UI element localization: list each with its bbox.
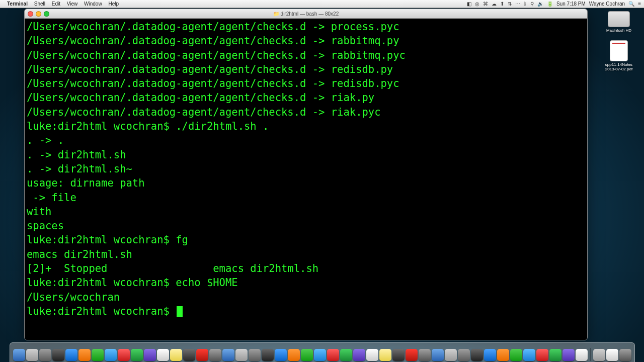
dock-app-notes[interactable] [196,349,208,361]
terminal-line: /Users/wcochran [27,290,585,304]
menuextra-icon[interactable]: ⬆ [500,1,504,7]
minimize-button[interactable] [36,11,41,17]
dock-app-safari[interactable] [65,349,77,361]
menu-view[interactable]: View [67,1,78,7]
desktop-icon-macintosh-hd[interactable]: Macintosh HD [603,11,635,33]
dock-app-transmit[interactable] [523,349,535,361]
dock-app-disk[interactable] [549,349,561,361]
dock-separator [590,348,591,361]
menu-extras: ◧ ◎ ⌘ ☁ ⬆ ⇅ ⋯ ᛒ ⚲ 🔉 🔋 Sun 7:18 PM Wayne … [467,1,641,7]
dock-trash[interactable] [619,349,631,361]
terminal-line: /Users/wcochran/.datadog-agent/agent/che… [27,20,585,34]
menuextra-icon[interactable]: ⋯ [515,1,520,7]
dock-app-preview[interactable] [222,349,234,361]
bluetooth-icon[interactable]: ᛒ [524,1,527,7]
dock-downloads[interactable] [593,349,605,361]
dock-app-ical[interactable] [327,349,339,361]
terminal-window: 📁 dir2html — bash — 80x22 /Users/wcochra… [24,9,588,340]
dock-app-vscode[interactable] [458,349,470,361]
close-button[interactable] [28,11,33,17]
dock-app-cyberduck[interactable] [536,349,548,361]
dock-app-terminal[interactable] [52,349,64,361]
user-name[interactable]: Wayne Cochran [589,1,625,7]
window-titlebar[interactable]: 📁 dir2html — bash — 80x22 [25,9,587,19]
dock-app-numbers[interactable] [275,349,287,361]
dock-area [0,343,644,362]
dock-app-vlc[interactable] [353,349,365,361]
notification-center-icon[interactable]: ≡ [638,1,641,7]
dock-app-kindle[interactable] [510,349,522,361]
dock-app-eclipse[interactable] [419,349,431,361]
menuextra-icon[interactable]: ☁ [492,1,497,7]
dock-app-map[interactable] [301,349,313,361]
menu-bar: Terminal Shell Edit View Window Help ◧ ◎… [0,0,644,8]
wifi-icon[interactable]: ⚲ [530,1,534,7]
dock-app-keynote[interactable] [288,349,300,361]
dock-app-chrome[interactable] [92,349,104,361]
clock[interactable]: Sun 7:18 PM [556,1,586,7]
dock-app-pages[interactable] [262,349,274,361]
dock-app-mail[interactable] [144,349,156,361]
battery-icon[interactable]: 🔋 [547,1,553,7]
terminal-line: /Users/wcochran/.datadog-agent/agent/che… [27,90,585,105]
window-controls [28,11,49,17]
dock-app-github[interactable] [366,349,378,361]
dock-app-parallels[interactable] [562,349,575,361]
dock-documents[interactable] [606,349,618,361]
dock-app-slack[interactable] [497,349,509,361]
terminal-line: with [27,205,585,219]
app-menus: Terminal Shell Edit View Window Help [7,1,124,7]
pdf-file-icon [610,40,628,61]
hard-drive-icon [608,11,630,27]
desktop-icon-label: Macintosh HD [603,28,635,33]
window-title: 📁 dir2html — bash — 80x22 [25,11,587,17]
terminal-line: . -> dir2html.sh [27,148,585,162]
terminal-line: -> file [27,191,585,205]
proxy-icon[interactable]: 📁 [273,11,279,17]
dock-app-textmate[interactable] [340,349,352,361]
dock-app-atom[interactable] [445,349,457,361]
terminal-line: /Users/wcochran/.datadog-agent/agent/che… [27,48,585,62]
dock-app-finder[interactable] [13,349,25,361]
terminal-content[interactable]: /Users/wcochran/.datadog-agent/agent/che… [25,19,587,340]
dock-app-spotify[interactable] [484,349,496,361]
dock-app-calendar[interactable] [183,349,195,361]
terminal-line: luke:dir2html wcochran$ fg [27,233,585,247]
dock-app-reminders[interactable] [209,349,221,361]
dock [10,342,635,362]
spotlight-icon[interactable]: 🔍 [628,1,634,7]
terminal-line: /Users/wcochran/.datadog-agent/agent/che… [27,62,585,76]
menu-shell[interactable]: Shell [34,1,45,7]
dock-app-appstore[interactable] [39,349,51,361]
dock-app-sublime[interactable] [432,349,444,361]
desktop-icon-pdf[interactable]: cpp11-14Notes 2013-07-02.pdf [603,40,635,71]
menu-edit[interactable]: Edit [52,1,60,7]
dock-app-messages[interactable] [105,349,117,361]
dock-app-twitter[interactable] [170,349,182,361]
zoom-button[interactable] [44,11,49,17]
dock-app-sourcetree[interactable] [379,349,391,361]
menuextra-icon[interactable]: ⇅ [508,1,512,7]
menuextra-icon[interactable]: ◎ [475,1,479,7]
dock-app-photos[interactable] [249,349,261,361]
dock-app-itunes[interactable] [235,349,248,361]
dock-app-launchpad[interactable] [26,349,38,361]
volume-icon[interactable]: 🔉 [537,1,543,7]
dock-app-screenflow[interactable] [576,349,588,361]
dock-app-steam[interactable] [392,349,405,361]
menuextra-icon[interactable]: ◧ [467,1,471,7]
menu-window[interactable]: Window [84,1,102,7]
cursor [177,306,183,317]
dock-app-firefox[interactable] [78,349,91,361]
terminal-line: luke:dir2html wcochran$ ./dir2html.sh . [27,119,585,133]
dock-app-dropbox[interactable] [131,349,143,361]
menuextra-icon[interactable]: ⌘ [483,1,488,7]
dock-app-bbedit[interactable] [157,349,169,361]
dock-app-evernote[interactable] [471,349,483,361]
menu-help[interactable]: Help [108,1,119,7]
dock-app-skype[interactable] [118,349,130,361]
dock-app-aperture[interactable] [314,349,326,361]
dock-app-xcode[interactable] [406,349,418,361]
app-name[interactable]: Terminal [7,1,28,7]
terminal-line: emacs dir2html.sh [27,247,585,261]
